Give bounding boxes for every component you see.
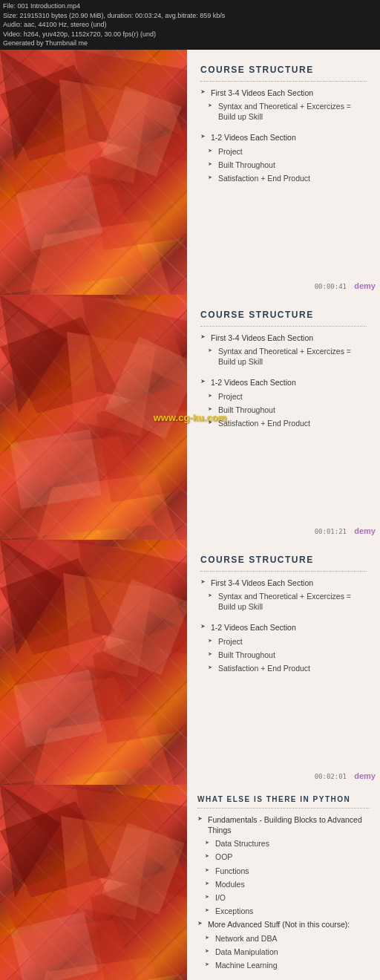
bg-svg-3: [0, 540, 200, 785]
slide-3-timestamp: 00:02:01: [315, 773, 347, 780]
slide-3: COURSE STRUCTURE First 3-4 Videos Each S…: [0, 540, 380, 785]
slide-2-divider: [200, 326, 367, 327]
list-item: First 3-4 Videos Each Section: [200, 333, 367, 343]
list-item: Built Throughout: [200, 650, 367, 660]
list-item: Project: [200, 391, 367, 402]
slide-1: COURSE STRUCTURE First 3-4 Videos Each S…: [0, 50, 380, 295]
list-item: Syntax and Theoretical + Excercizes = Bu…: [200, 591, 367, 612]
list-item: Data Manipulation: [197, 947, 370, 957]
list-item: First 3-4 Videos Each Section: [200, 578, 367, 588]
list-item: Syntax and Theoretical + Excercizes = Bu…: [200, 101, 367, 122]
slide-3-list: First 3-4 Videos Each Section Syntax and…: [200, 578, 367, 673]
list-item: Project: [200, 636, 367, 647]
list-item: Exceptions: [197, 906, 370, 916]
list-item: I/O: [197, 892, 370, 903]
list-item: Project: [200, 146, 367, 157]
slide-1-list: First 3-4 Videos Each Section Syntax and…: [200, 88, 367, 183]
slide-2-url-watermark: www.cg-ku.com: [154, 411, 226, 422]
topbar-line4: Video: h264, yuv420p, 1152x720, 30.00 fp…: [3, 30, 377, 39]
slide-3-watermark: demy: [354, 771, 376, 780]
slide-3-divider: [200, 571, 367, 572]
list-item: 1-2 Videos Each Section: [200, 132, 367, 143]
slide-bg-4: [0, 785, 200, 980]
slide-2: www.cg-ku.com COURSE STRUCTURE First 3-4…: [0, 295, 380, 540]
list-item: Built Throughout: [200, 160, 367, 170]
list-item: OOP: [197, 852, 370, 862]
slide-1-timestamp: 00:00:41: [315, 283, 347, 290]
list-item: Machine Learning: [197, 960, 370, 970]
slide-bg-1: [0, 50, 200, 295]
slide-1-watermark: demy: [354, 281, 376, 290]
slide-content-3: COURSE STRUCTURE First 3-4 Videos Each S…: [187, 540, 380, 785]
list-item: Syntax and Theoretical + Excercizes = Bu…: [200, 346, 367, 367]
list-item: Network and DBA: [197, 933, 370, 944]
svg-rect-23: [10, 429, 102, 509]
list-item: Functions: [197, 866, 370, 876]
slide-4: WHAT ELSE IS THERE IN PYTHON Fundamental…: [0, 785, 380, 980]
bg-svg-1: [0, 50, 200, 295]
topbar-line3: Audio: aac, 44100 Hz, stereo (und): [3, 20, 377, 30]
list-item: Satisfaction + End Product: [200, 173, 367, 183]
list-item: Satisfaction + End Product: [200, 663, 367, 673]
slide-4-list: Fundamentals - Building Blocks to Advanc…: [197, 814, 370, 970]
slide-bg-3: [0, 540, 200, 785]
slide-3-title: COURSE STRUCTURE: [200, 555, 367, 565]
slide-content-1: COURSE STRUCTURE First 3-4 Videos Each S…: [187, 50, 380, 295]
slide-content-4: WHAT ELSE IS THERE IN PYTHON Fundamental…: [187, 785, 380, 980]
slide-4-title: WHAT ELSE IS THERE IN PYTHON: [197, 795, 370, 803]
page-wrapper: File: 001 Introduction.mp4 Size: 2191531…: [0, 0, 380, 980]
topbar-line5: Generated by Thumbnail me: [3, 39, 377, 48]
list-item: Modules: [197, 879, 370, 889]
list-item: Data Structures: [197, 838, 370, 849]
topbar-line1: File: 001 Introduction.mp4: [3, 1, 377, 11]
slide-2-title: COURSE STRUCTURE: [200, 310, 367, 320]
slide-1-divider: [200, 81, 367, 82]
slide-2-timestamp: 00:01:21: [315, 528, 347, 535]
list-item: 1-2 Videos Each Section: [200, 622, 367, 633]
list-item: More Advanced Stuff (Not in this course)…: [197, 919, 370, 930]
top-bar: File: 001 Introduction.mp4 Size: 2191531…: [0, 0, 380, 50]
topbar-line2: Size: 21915310 bytes (20.90 MiB), durati…: [3, 11, 377, 21]
slide-2-watermark: demy: [354, 526, 376, 535]
list-item: Fundamentals - Building Blocks to Advanc…: [197, 814, 370, 835]
bg-svg-4: [0, 785, 200, 980]
list-item: 1-2 Videos Each Section: [200, 377, 367, 388]
list-item: First 3-4 Videos Each Section: [200, 88, 367, 98]
slide-4-divider: [197, 808, 370, 808]
slide-1-title: COURSE STRUCTURE: [200, 65, 367, 75]
